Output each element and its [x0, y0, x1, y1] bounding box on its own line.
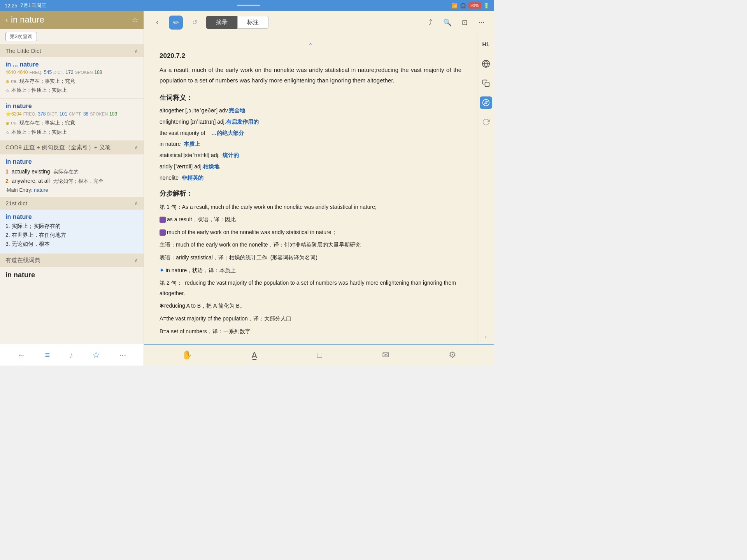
- copy-icon[interactable]: [480, 77, 492, 89]
- section-title-cod9: COD9 正查 + 例句反查（全索引）+ 义项: [5, 144, 111, 151]
- right-side-panel: H1 ‹: [477, 34, 494, 344]
- analysis-section-title: 分步解析：: [160, 189, 461, 198]
- pen-tool-button[interactable]: ✏: [169, 16, 183, 30]
- section-header-21st[interactable]: 21st dict ∧: [0, 197, 144, 210]
- chevron-up-icon-21st: ∧: [134, 200, 138, 206]
- compass-icon[interactable]: [480, 96, 492, 109]
- cod9-text-1: actually existing 实际存在的: [12, 168, 79, 175]
- analysis-line-3: much of the early work on the nonelite w…: [160, 227, 461, 238]
- hand-tool-button[interactable]: ✋: [182, 350, 192, 360]
- caret-indicator: ^: [160, 42, 461, 48]
- left-header: ‹ in nature ☆: [0, 11, 144, 29]
- tab-group: 摘录 标注: [206, 16, 268, 29]
- vocab-item-2: enlightening [ɪnˈlaɪtnɪŋ] adj.有启发作用的: [160, 117, 461, 127]
- dict21-item-1: 1. 实际上；实际存在的: [5, 223, 138, 230]
- section-header-youdao[interactable]: 有道在线词典 ∧: [0, 254, 144, 267]
- analysis-line-7: 第 2 句： reducing the vast majority of the…: [160, 278, 461, 298]
- entry-def-1a: ⊕ na. 现在存在；事实上；究竟 ☆ 本质上；性质上；实际上: [5, 77, 138, 94]
- entry-title-2: in nature: [5, 103, 138, 110]
- cod9-item-2: 2 anywhere; at all 无论如何；根本，完全: [5, 178, 138, 185]
- cod9-main-entry: ·Main Entry: nature: [5, 187, 138, 193]
- purple-icon-2: [160, 229, 166, 236]
- right-bottom-bar: ✋ A̲ □ ✉ ⚙: [144, 344, 494, 366]
- vocab-item-4: in nature 本质上: [160, 140, 461, 149]
- bottom-list-button[interactable]: ≡: [45, 350, 50, 360]
- vocab-item-3: the vast majority of …的绝大部分: [160, 129, 461, 138]
- dict-entry-1: in ... nature 4640 4640 FREQ.545 DICT.17…: [0, 57, 144, 99]
- right-panel: ‹ ✏ ↺ 摘录 标注 ⤴ 🔍 ⊡ ··· ^ 2020.7.2 As a re…: [144, 11, 494, 366]
- entry-title-1: in ... nature: [5, 61, 138, 68]
- entry-stats-1: 4640 4640 FREQ.545 DICT.172 SPOKEN188: [5, 70, 138, 75]
- collapse-arrow[interactable]: ‹: [485, 334, 487, 340]
- box-select-button[interactable]: □: [317, 350, 322, 360]
- bottom-audio-button[interactable]: ♪: [69, 350, 73, 360]
- cod9-entry: in nature 1 actually existing 实际存在的 2 an…: [0, 154, 144, 197]
- vocab-item-5: statistical [stəˈtɪstɪkl] adj. 统计的: [160, 151, 461, 160]
- section-title-youdao: 有道在线词典: [5, 257, 40, 264]
- bookmark-star-button[interactable]: ☆: [132, 16, 138, 24]
- purple-icon-1: [160, 217, 166, 223]
- translate-icon[interactable]: [480, 58, 492, 70]
- right-toolbar: ‹ ✏ ↺ 摘录 标注 ⤴ 🔍 ⊡ ···: [144, 11, 494, 34]
- time: 12:25: [5, 3, 18, 9]
- section-header-little-dict[interactable]: The Little Dict ∧: [0, 44, 144, 57]
- vocab-item-6: aridly [ˈærɪdli] adj.枯燥地: [160, 162, 461, 172]
- battery-indicator: 90%: [468, 2, 481, 9]
- youdao-entry: in nature: [0, 267, 144, 283]
- status-bar-right: 📶 🎧 90% 🔋: [451, 2, 489, 9]
- reading-date: 2020.7.2: [160, 52, 461, 60]
- status-bar: 12:25 7月1日周三 📶 🎧 90% 🔋: [0, 0, 494, 11]
- refresh-icon[interactable]: [480, 116, 492, 128]
- analysis-line-4: 主语：much of the early work on the nonelit…: [160, 240, 461, 250]
- settings-button[interactable]: ⚙: [449, 350, 456, 360]
- bookmark-button[interactable]: ⊡: [458, 16, 471, 29]
- main-layout: ‹ in nature ☆ 第3次查询 The Little Dict ∧ in…: [0, 11, 494, 366]
- section-title-21st: 21st dict: [5, 200, 27, 206]
- analysis-line-9: A=the vast majority of the population，译：…: [160, 313, 461, 324]
- chevron-up-icon-cod9: ∧: [134, 144, 138, 150]
- entry-def-2: ⊕ na. 现在存在；事实上；究竟 ☆ 本质上；性质上；实际上: [5, 119, 138, 136]
- reading-text: As a result, much of the early work on t…: [160, 65, 461, 86]
- tab-summary[interactable]: 摘录: [206, 16, 237, 29]
- tab-annotation[interactable]: 标注: [237, 16, 268, 29]
- left-header-title: in nature: [11, 15, 132, 25]
- cod9-item-1: 1 actually existing 实际存在的: [5, 168, 138, 175]
- section-header-cod9[interactable]: COD9 正查 + 例句反查（全索引）+ 义项 ∧: [0, 141, 144, 154]
- underline-button[interactable]: A̲: [252, 350, 257, 360]
- more-options-button[interactable]: ···: [475, 16, 488, 29]
- analysis-line-1: 第 1 句：As a result, much of the early wor…: [160, 202, 461, 212]
- flag-button[interactable]: ✉: [382, 350, 389, 360]
- bottom-more-button[interactable]: ···: [119, 350, 126, 360]
- dict21-entry-title: in nature: [5, 214, 138, 220]
- analysis-line-2: as a result，状语，译：因此: [160, 214, 461, 225]
- def-icon-2: ⊕: [5, 120, 9, 127]
- cod9-num-2: 2: [5, 178, 9, 184]
- query-tag-row: 第3次查询: [0, 29, 144, 44]
- chevron-up-icon: ∧: [134, 48, 138, 54]
- cod9-text-2: anywhere; at all 无论如何；根本，完全: [12, 178, 103, 185]
- left-panel: ‹ in nature ☆ 第3次查询 The Little Dict ∧ in…: [0, 11, 144, 366]
- analysis-line-6: ✦ in nature，状语，译：本质上: [160, 265, 461, 276]
- analysis-line-8: ✱reducing A to B，把 A 简化为 B。: [160, 301, 461, 311]
- vocab-item-7: nonelite 非精英的: [160, 173, 461, 183]
- undo-button[interactable]: ↺: [188, 16, 202, 30]
- cod9-entry-title: in nature: [5, 158, 138, 165]
- h1-icon[interactable]: H1: [480, 38, 492, 51]
- chevron-up-icon-youdao: ∧: [134, 257, 138, 263]
- def-pos-1: na.: [11, 77, 18, 86]
- section-title-little-dict: The Little Dict: [5, 47, 41, 54]
- date: 7月1日周三: [21, 2, 46, 9]
- share-button[interactable]: ⤴: [424, 16, 437, 29]
- battery-icon: 🔋: [483, 3, 489, 9]
- bottom-back-button[interactable]: ←: [17, 350, 26, 360]
- svg-marker-4: [484, 101, 487, 104]
- stat-num-1: 4640: [5, 70, 16, 75]
- search-button[interactable]: 🔍: [441, 16, 454, 29]
- back-button[interactable]: ‹: [5, 16, 8, 24]
- status-bar-left: 12:25 7月1日周三: [5, 2, 46, 9]
- wifi-icon: 📶: [451, 3, 458, 9]
- svg-point-3: [482, 100, 489, 106]
- right-back-button[interactable]: ‹: [150, 16, 164, 30]
- bottom-star-button[interactable]: ☆: [92, 350, 100, 360]
- entry-stats-2: ⭐6204 FREQ.378 DICT.101 CMPT.38 SPOKEN10…: [5, 111, 138, 117]
